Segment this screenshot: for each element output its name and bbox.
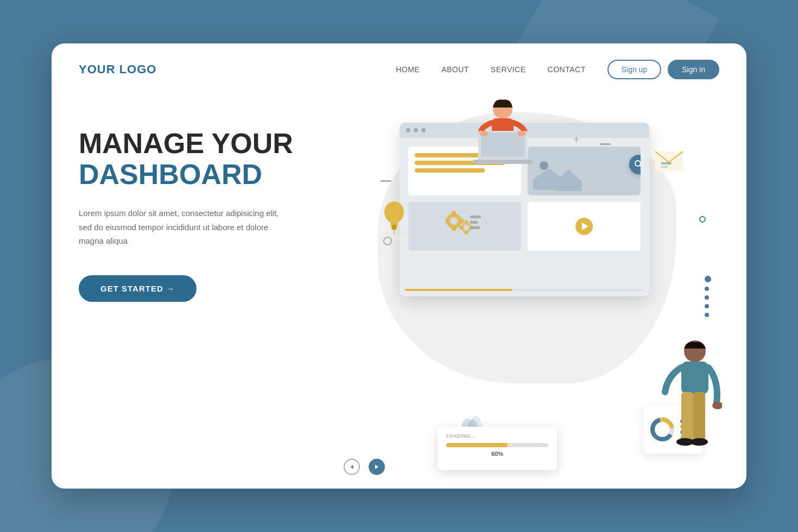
- dot-4: [705, 304, 709, 308]
- dot-3: [705, 295, 709, 300]
- hero-title-line1: MANAGE YOUR: [79, 128, 367, 159]
- hero-illustration: LOADING... 60%: [367, 106, 719, 486]
- svg-point-20: [464, 225, 469, 230]
- svg-point-47: [479, 131, 488, 136]
- svg-marker-62: [375, 465, 378, 469]
- svg-point-33: [391, 225, 397, 230]
- dot-5: [705, 313, 709, 317]
- settings-panel: [408, 202, 521, 251]
- svg-line-35: [386, 233, 387, 234]
- nav-contact[interactable]: CONTACT: [548, 65, 586, 74]
- nav-home[interactable]: HOME: [396, 65, 420, 74]
- svg-point-9: [540, 161, 548, 170]
- svg-point-60: [700, 217, 705, 222]
- nav-buttons: Sign up Sign in: [607, 60, 719, 79]
- next-arrow[interactable]: [369, 459, 385, 475]
- svg-rect-53: [693, 392, 705, 441]
- progress-bar-fill: [446, 443, 508, 447]
- search-icon: [629, 155, 641, 174]
- bell-icon: [381, 201, 408, 236]
- dot-1: [705, 276, 711, 282]
- svg-rect-15: [452, 211, 456, 216]
- circle-decoration: [383, 237, 392, 248]
- svg-marker-61: [350, 465, 353, 469]
- nav-links: HOME ABOUT SERVICE CONTACT: [396, 65, 586, 74]
- svg-point-58: [384, 237, 391, 245]
- svg-rect-21: [465, 220, 468, 224]
- loading-label: LOADING...: [446, 433, 548, 439]
- svg-text:+: +: [573, 134, 580, 144]
- svg-rect-39: [661, 162, 672, 164]
- video-panel: [528, 202, 641, 251]
- browser-dot-1: [406, 128, 410, 132]
- svg-rect-25: [470, 216, 481, 218]
- signin-button[interactable]: Sign in: [668, 60, 719, 79]
- svg-point-14: [450, 217, 458, 225]
- main-card: YOUR LOGO HOME ABOUT SERVICE CONTACT Sig…: [52, 43, 746, 489]
- svg-point-48: [517, 131, 526, 136]
- svg-point-31: [384, 201, 404, 223]
- hero-section: MANAGE YOUR DASHBOARD Lorem ipsum dolor …: [52, 96, 746, 486]
- svg-rect-50: [681, 362, 708, 394]
- hero-left: MANAGE YOUR DASHBOARD Lorem ipsum dolor …: [79, 106, 367, 486]
- progress-bar-background: [446, 443, 548, 447]
- svg-rect-23: [459, 226, 463, 229]
- hero-title: MANAGE YOUR DASHBOARD: [79, 128, 367, 190]
- play-button-icon: [575, 218, 593, 235]
- dots-indicator: [705, 276, 711, 317]
- svg-rect-22: [465, 231, 468, 235]
- minus-decoration: [381, 177, 391, 187]
- prev-arrow[interactable]: [344, 459, 360, 475]
- browser-dot-3: [421, 128, 426, 132]
- hero-title-line2: DASHBOARD: [79, 159, 367, 190]
- person2: [657, 338, 722, 476]
- signup-button[interactable]: Sign up: [607, 60, 661, 79]
- svg-rect-57: [381, 180, 391, 182]
- logo: YOUR LOGO: [79, 62, 396, 77]
- nav-service[interactable]: SERVICE: [491, 65, 526, 74]
- svg-point-55: [691, 438, 708, 446]
- svg-rect-46: [473, 160, 533, 164]
- hero-description: Lorem ipsum dolor sit amet, consectetur …: [79, 206, 285, 248]
- plus-decoration: +: [573, 134, 584, 147]
- svg-line-36: [401, 233, 402, 234]
- nav-about[interactable]: ABOUT: [441, 65, 469, 74]
- svg-rect-18: [459, 219, 464, 223]
- image-panel: [528, 147, 641, 195]
- svg-rect-26: [470, 221, 478, 224]
- svg-rect-45: [481, 132, 524, 157]
- svg-rect-27: [470, 226, 480, 229]
- mail-icon: [654, 147, 684, 176]
- dot-2: [705, 287, 709, 291]
- svg-rect-40: [661, 166, 668, 168]
- navbar: YOUR LOGO HOME ABOUT SERVICE CONTACT Sig…: [52, 43, 746, 96]
- browser-dot-2: [414, 128, 418, 132]
- circle-decoration-2: [699, 215, 706, 225]
- navigation-arrows: [344, 459, 385, 475]
- text-line-3: [415, 168, 485, 173]
- svg-rect-16: [452, 226, 456, 231]
- loading-panel: LOADING... 60%: [438, 427, 557, 470]
- svg-line-12: [640, 166, 641, 169]
- get-started-button[interactable]: GET STARTED →: [79, 275, 197, 302]
- svg-rect-17: [446, 219, 448, 223]
- svg-rect-59: [600, 143, 611, 145]
- person1: [467, 96, 538, 168]
- progress-percent: 60%: [446, 451, 548, 457]
- svg-rect-52: [681, 392, 693, 441]
- dash-decoration: [600, 139, 611, 149]
